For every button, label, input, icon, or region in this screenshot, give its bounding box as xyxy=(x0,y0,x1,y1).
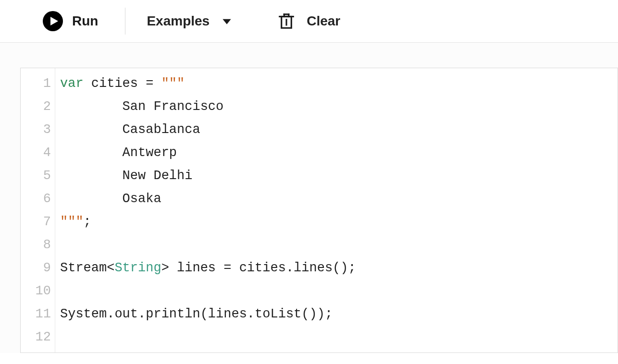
code-line[interactable] xyxy=(60,279,356,303)
code-line[interactable]: San Francisco xyxy=(60,95,356,118)
line-number: 7 xyxy=(30,210,51,233)
line-number: 10 xyxy=(30,279,51,303)
code-line[interactable]: Antwerp xyxy=(60,141,356,164)
run-button[interactable]: Run xyxy=(42,8,98,35)
code-token: """ xyxy=(161,76,185,91)
code-token: New Delhi xyxy=(60,169,192,183)
run-label: Run xyxy=(72,13,98,29)
code-token: System.out.println(lines.toList()); xyxy=(60,307,333,321)
code-token: Stream< xyxy=(60,261,114,275)
line-number-gutter: 123456789101112 xyxy=(21,68,55,352)
code-token: Casablanca xyxy=(60,122,200,137)
line-number: 1 xyxy=(30,72,51,95)
code-editor[interactable]: 123456789101112 var cities = """ San Fra… xyxy=(20,68,618,353)
toolbar-divider xyxy=(125,8,125,35)
code-line[interactable]: Stream<String> lines = cities.lines(); xyxy=(60,256,356,279)
line-number: 4 xyxy=(30,141,51,164)
code-line[interactable]: Casablanca xyxy=(60,118,356,141)
code-line[interactable]: System.out.println(lines.toList()); xyxy=(60,303,356,326)
line-number: 2 xyxy=(30,95,51,118)
code-line[interactable]: var cities = """ xyxy=(60,72,356,95)
line-number: 3 xyxy=(30,118,51,141)
code-token: Osaka xyxy=(60,192,161,206)
play-icon xyxy=(42,11,63,32)
code-token: San Francisco xyxy=(60,99,223,114)
trash-icon xyxy=(277,12,296,31)
chevron-down-icon xyxy=(220,14,234,28)
clear-label: Clear xyxy=(307,13,340,29)
toolbar: Run Examples Clear xyxy=(0,0,618,43)
line-number: 6 xyxy=(30,187,51,210)
code-token: var xyxy=(60,76,84,91)
line-number: 8 xyxy=(30,233,51,256)
line-number: 12 xyxy=(30,326,51,349)
code-line[interactable] xyxy=(60,326,356,349)
line-number: 11 xyxy=(30,303,51,326)
code-line[interactable]: """; xyxy=(60,210,356,233)
code-token: cities = xyxy=(84,76,161,91)
examples-dropdown[interactable]: Examples xyxy=(147,13,234,29)
clear-button[interactable]: Clear xyxy=(277,12,340,31)
code-token: String xyxy=(114,261,161,275)
code-token: ; xyxy=(84,215,91,229)
line-number: 9 xyxy=(30,256,51,279)
code-token: """ xyxy=(60,215,84,229)
editor-area: 123456789101112 var cities = """ San Fra… xyxy=(0,43,618,353)
code-token: > lines = cities.lines(); xyxy=(161,261,356,275)
line-number: 5 xyxy=(30,164,51,187)
code-token: Antwerp xyxy=(60,146,177,160)
code-line[interactable] xyxy=(60,233,356,256)
code-line[interactable]: Osaka xyxy=(60,187,356,210)
examples-label: Examples xyxy=(147,13,210,29)
code-content[interactable]: var cities = """ San Francisco Casablanc… xyxy=(55,68,363,352)
svg-marker-2 xyxy=(223,19,231,24)
code-line[interactable]: New Delhi xyxy=(60,164,356,187)
